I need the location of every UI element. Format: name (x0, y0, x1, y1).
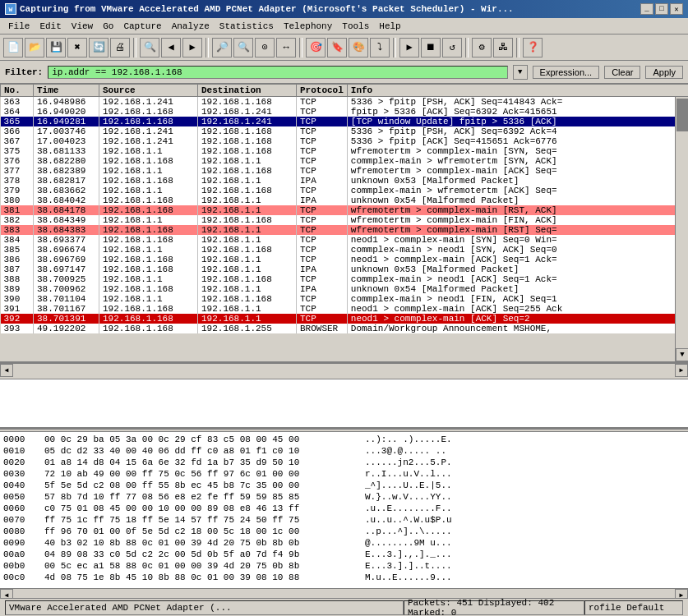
table-cell: 192.168.1.241 (99, 136, 198, 146)
col-no[interactable]: No. (1, 85, 34, 97)
hscroll-right[interactable]: ▶ (675, 364, 688, 377)
close-button[interactable]: ✕ (670, 3, 683, 15)
auto-scroll-button[interactable]: ⤵ (370, 38, 390, 57)
table-cell: 390 (1, 294, 34, 304)
hex-bytes: 00 0c 29 ba 05 3a 00 0c 29 cf 83 c5 08 0… (44, 434, 357, 445)
menu-statistics[interactable]: Statistics (215, 21, 279, 32)
menu-analyze[interactable]: Analyze (167, 21, 215, 32)
filter-bar: Filter: ▼ Expression... Clear Apply (0, 61, 688, 84)
table-row[interactable]: 36416.949020192.168.1.168192.168.1.241TC… (1, 107, 688, 117)
hex-ascii: ...3@.@..... .. (365, 445, 446, 457)
menu-telephony[interactable]: Telephony (279, 21, 337, 32)
col-protocol[interactable]: Protocol (297, 85, 348, 97)
expression-button[interactable]: Expression... (533, 66, 600, 79)
table-cell: 192.168.1.1 (198, 176, 297, 186)
table-cell: 38.682817 (34, 176, 99, 186)
table-row[interactable]: 37938.683662192.168.1.1192.168.1.168TCPc… (1, 186, 688, 195)
prev-button[interactable]: ◀ (161, 38, 181, 57)
table-row[interactable]: 36516.949281192.168.1.168192.168.1.241TC… (1, 117, 688, 126)
stop-button[interactable]: ⏹ (421, 38, 441, 57)
menu-edit[interactable]: Edit (35, 21, 66, 32)
table-row[interactable]: 36717.004023192.168.1.241192.168.1.168TC… (1, 136, 688, 146)
table-cell: 192.168.1.168 (198, 274, 297, 284)
table-row[interactable]: 39138.701167192.168.1.168192.168.1.1TCPn… (1, 304, 688, 314)
hscroll-left[interactable]: ◀ (0, 364, 13, 377)
table-cell: 192.168.1.1 (198, 264, 297, 274)
table-row[interactable]: 39349.192202192.168.1.168192.168.1.255BR… (1, 324, 688, 333)
table-cell: 192.168.1.168 (198, 215, 297, 225)
table-cell: TCP (297, 97, 348, 108)
capture-filter-button[interactable]: 🎯 (306, 38, 326, 57)
hex-offset: 0040 (3, 480, 36, 491)
table-row[interactable]: 37838.682817192.168.1.168192.168.1.1IPAu… (1, 176, 688, 186)
table-row[interactable]: 38738.697147192.168.1.168192.168.1.1IPAu… (1, 264, 688, 274)
table-cell: 192.168.1.168 (198, 146, 297, 156)
table-row[interactable]: 37538.681133192.168.1.1192.168.1.168TCPw… (1, 146, 688, 156)
menu-capture[interactable]: Capture (118, 21, 166, 32)
table-row[interactable]: 38538.696674192.168.1.1192.168.1.168TCPc… (1, 245, 688, 255)
table-cell: 38.682280 (34, 156, 99, 166)
table-row[interactable]: 38838.700925192.168.1.1192.168.1.168TCPc… (1, 274, 688, 284)
hex-ascii: ......jn2...5.P. (365, 457, 452, 468)
table-cell: unknown 0x53 [Malformed Packet] (347, 264, 687, 274)
table-row[interactable]: 38038.684042192.168.1.168192.168.1.1IPAu… (1, 195, 688, 205)
table-row[interactable]: 36316.948986192.168.1.241192.168.1.168TC… (1, 97, 688, 108)
table-cell: wfremotertm > commplex-main [SYN, Seq= (347, 146, 687, 156)
display-filter-button[interactable]: 🔖 (327, 38, 347, 57)
table-row[interactable]: 38938.700962192.168.1.168192.168.1.1IPAu… (1, 284, 688, 294)
menu-view[interactable]: View (67, 21, 98, 32)
clear-button[interactable]: Clear (604, 66, 640, 79)
window-controls[interactable]: _ □ ✕ (640, 3, 683, 15)
options-button[interactable]: ⚙ (472, 38, 492, 57)
menu-go[interactable]: Go (98, 21, 118, 32)
col-destination[interactable]: Destination (198, 85, 297, 97)
maximize-button[interactable]: □ (655, 3, 668, 15)
table-row[interactable]: 39238.701391192.168.1.168192.168.1.1TCPn… (1, 314, 688, 324)
find-button[interactable]: 🔍 (140, 38, 159, 57)
filter-input[interactable] (48, 66, 507, 79)
zoom-normal-button[interactable]: ⊙ (255, 38, 275, 57)
menu-help[interactable]: Help (374, 21, 405, 32)
table-cell: TCP (297, 225, 348, 235)
next-button[interactable]: ▶ (182, 38, 202, 57)
hscroll-track[interactable] (13, 364, 675, 377)
save-button[interactable]: 💾 (46, 38, 66, 57)
zoom-out-button[interactable]: 🔍 (233, 38, 253, 57)
zoom-in-button[interactable]: 🔎 (212, 38, 232, 57)
menu-file[interactable]: File (3, 21, 35, 32)
col-time[interactable]: Time (34, 85, 99, 97)
menu-tools[interactable]: Tools (337, 21, 374, 32)
reload-button[interactable]: 🔄 (89, 38, 109, 57)
hex-offset: 0020 (3, 457, 36, 468)
table-row[interactable]: 36617.003746192.168.1.241192.168.1.168TC… (1, 126, 688, 136)
table-row[interactable]: 38238.684349192.168.1.1192.168.1.168TCPw… (1, 215, 688, 225)
table-row[interactable]: 38638.696769192.168.1.168192.168.1.1TCPn… (1, 255, 688, 264)
table-cell: 192.168.1.168 (198, 245, 297, 255)
colorize-button[interactable]: 🎨 (349, 38, 368, 57)
start-button[interactable]: ▶ (399, 38, 419, 57)
table-row[interactable]: 37638.682280192.168.1.168192.168.1.1TCPc… (1, 156, 688, 166)
table-row[interactable]: 37738.682389192.168.1.1192.168.1.168TCPw… (1, 166, 688, 176)
filter-dropdown-button[interactable]: ▼ (513, 65, 528, 80)
table-row[interactable]: 38338.684383192.168.1.168192.168.1.1TCPw… (1, 225, 688, 235)
hex-offset: 00a0 (3, 549, 36, 560)
close-capture-button[interactable]: ✖ (67, 38, 87, 57)
table-row[interactable]: 38138.684178192.168.1.168192.168.1.1TCPw… (1, 205, 688, 215)
packet-list-scrollbar[interactable]: ▲ ▼ (675, 84, 688, 361)
help-button[interactable]: ❓ (523, 38, 543, 57)
table-row[interactable]: 39038.701104192.168.1.1192.168.1.168TCPc… (1, 294, 688, 304)
resize-columns-button[interactable]: ↔ (276, 38, 296, 57)
col-source[interactable]: Source (99, 85, 198, 97)
new-capture-button[interactable]: 📄 (3, 38, 23, 57)
filter-label: Filter: (5, 67, 43, 77)
restart-button[interactable]: ↺ (442, 38, 462, 57)
minimize-button[interactable]: _ (640, 3, 653, 15)
packet-list-hscroll[interactable]: ◀ ▶ (0, 363, 688, 376)
table-cell: 192.168.1.168 (198, 186, 297, 195)
print-button[interactable]: 🖨 (110, 38, 130, 57)
table-row[interactable]: 38438.693377192.168.1.168192.168.1.1TCPn… (1, 235, 688, 245)
open-button[interactable]: 📂 (25, 38, 44, 57)
apply-button[interactable]: Apply (645, 66, 683, 79)
interfaces-button[interactable]: 🖧 (493, 38, 513, 57)
col-info[interactable]: Info (347, 85, 687, 97)
